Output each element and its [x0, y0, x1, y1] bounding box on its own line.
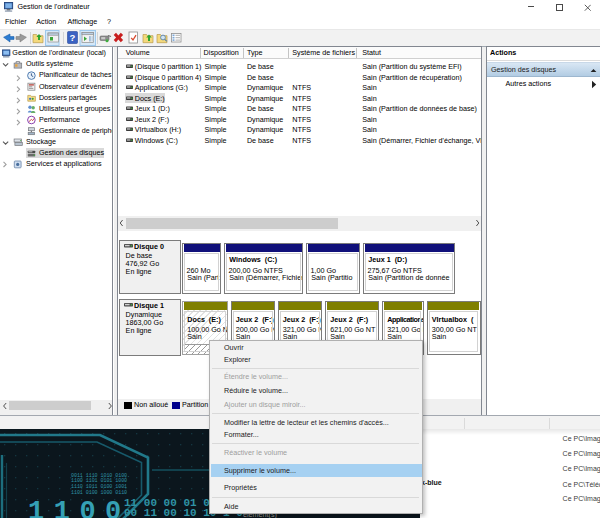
svg-text:?: ? [70, 32, 76, 43]
